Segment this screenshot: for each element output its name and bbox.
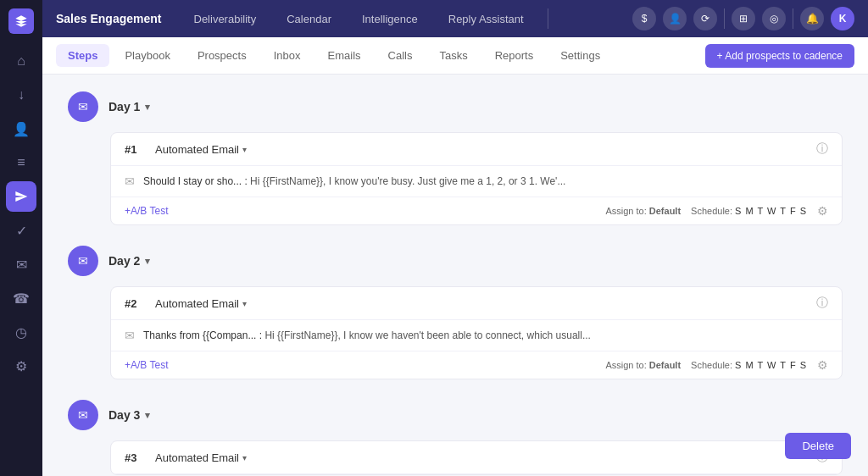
step-1-assign-label: Assign to: Default	[605, 206, 681, 216]
day-3-section: ✉ Day 3 ▾ #3 Automated Email ▾ ⓘ	[68, 400, 843, 475]
step-2-mail-icon: ✉	[125, 329, 135, 342]
step-card-2: #2 Automated Email ▾ ⓘ ✉ Thanks from {{C…	[110, 286, 843, 379]
day-3-label[interactable]: Day 3 ▾	[108, 408, 150, 422]
step-2-schedule-label: Schedule: S M T W T F S	[691, 360, 807, 370]
sidebar-item-mail[interactable]: ✉	[6, 249, 36, 280]
day-3-header: ✉ Day 3 ▾	[68, 400, 843, 430]
nav-calendar[interactable]: Calendar	[280, 9, 338, 29]
step-2-footer: +A/B Test Assign to: Default Schedule: S…	[111, 351, 842, 379]
tab-settings[interactable]: Settings	[548, 44, 612, 67]
day-2-label[interactable]: Day 2 ▾	[108, 254, 150, 268]
step-1-type-label: Automated Email	[155, 143, 239, 156]
day-1-label[interactable]: Day 1 ▾	[108, 100, 150, 113]
tab-emails[interactable]: Emails	[316, 44, 373, 67]
ab-test-1-button[interactable]: +A/B Test	[125, 205, 168, 217]
grid-icon[interactable]: ⊞	[732, 7, 755, 30]
top-nav: Sales Engagement Deliverability Calendar…	[42, 0, 868, 37]
sidebar-item-analytics[interactable]: ◷	[6, 317, 36, 347]
step-2-num: #2	[125, 297, 145, 310]
step-1-info-icon[interactable]: ⓘ	[816, 141, 828, 157]
step-1-footer-right: Assign to: Default Schedule: S M T W T F…	[605, 204, 828, 218]
tab-tasks[interactable]: Tasks	[427, 44, 479, 67]
step-2-subject: Thanks from {{Compan... :	[143, 329, 264, 341]
step-2-body-text: Hi {{FirstName}}, I know we haven't been…	[264, 329, 591, 341]
nav-intelligence[interactable]: Intelligence	[355, 9, 425, 29]
tab-calls[interactable]: Calls	[376, 44, 425, 67]
day-2-chevron: ▾	[145, 256, 150, 267]
day-1-header: ✉ Day 1 ▾	[68, 91, 843, 122]
step-card-1: #1 Automated Email ▾ ⓘ ✉ Should I stay o…	[110, 132, 843, 225]
step-1-num: #1	[125, 143, 145, 156]
step-1-header: #1 Automated Email ▾ ⓘ	[111, 133, 842, 166]
tab-prospects[interactable]: Prospects	[186, 44, 259, 67]
day-3-chevron: ▾	[145, 410, 150, 421]
day-2-icon: ✉	[68, 246, 98, 276]
step-2-assign-label: Assign to: Default	[605, 360, 681, 370]
sidebar-item-settings[interactable]: ⚙	[6, 351, 36, 381]
day-2-section: ✉ Day 2 ▾ #2 Automated Email ▾ ⓘ ✉	[68, 246, 843, 379]
bell-icon[interactable]: 🔔	[800, 7, 824, 30]
step-1-dropdown-icon: ▾	[242, 145, 247, 154]
avatar[interactable]: K	[831, 7, 854, 30]
tab-reports[interactable]: Reports	[483, 44, 546, 67]
step-2-type[interactable]: Automated Email ▾	[155, 297, 247, 310]
step-1-schedule-label: Schedule: S M T W T F S	[691, 206, 807, 216]
icon-divider2	[793, 8, 793, 29]
step-1-mail-icon: ✉	[125, 174, 135, 188]
step-3-dropdown-icon: ▾	[242, 453, 247, 462]
ab-test-2-button[interactable]: +A/B Test	[125, 359, 168, 371]
day-2-text: Day 2	[108, 254, 140, 268]
nav-deliverability[interactable]: Deliverability	[187, 9, 264, 29]
step-3-type-label: Automated Email	[155, 451, 239, 464]
day-1-chevron: ▾	[145, 102, 150, 113]
tab-inbox[interactable]: Inbox	[262, 44, 313, 67]
sidebar-item-reports[interactable]: ≡	[6, 147, 36, 178]
step-3-type[interactable]: Automated Email ▾	[155, 451, 247, 464]
sidebar-item-user[interactable]: 👤	[6, 113, 36, 144]
sidebar-item-home[interactable]: ⌂	[6, 46, 36, 76]
nav-reply-assistant[interactable]: Reply Assistant	[442, 9, 531, 29]
sidebar-item-send[interactable]	[6, 181, 36, 212]
step-2-gear-icon[interactable]: ⚙	[817, 358, 828, 372]
brand-name: Sales Engagement	[56, 12, 162, 25]
step-2-dropdown-icon: ▾	[242, 299, 247, 308]
step-1-footer: +A/B Test Assign to: Default Schedule: S…	[111, 196, 842, 224]
step-1-preview: Should I stay or sho... : Hi {{FirstName…	[143, 175, 565, 187]
sidebar: ⌂ ↓ 👤 ≡ ✓ ✉ ☎ ◷ ⚙	[0, 0, 42, 476]
step-1-gear-icon[interactable]: ⚙	[817, 204, 828, 218]
step-3-num: #3	[125, 451, 145, 464]
dollar-icon[interactable]: $	[632, 7, 656, 30]
main-content: Sales Engagement Deliverability Calendar…	[42, 0, 868, 476]
nav-right: $ 👤 ⟳ ⊞ ◎ 🔔 K	[632, 7, 854, 30]
icon-divider	[724, 8, 725, 29]
step-3-header: #3 Automated Email ▾ ⓘ	[111, 441, 842, 474]
tab-steps[interactable]: Steps	[56, 44, 109, 67]
day-3-text: Day 3	[108, 408, 140, 422]
day-1-section: ✉ Day 1 ▾ #1 Automated Email ▾ ⓘ ✉	[68, 91, 843, 225]
nav-divider	[548, 8, 548, 29]
person-icon[interactable]: 👤	[663, 7, 687, 30]
step-2-preview: Thanks from {{Compan... : Hi {{FirstName…	[143, 329, 591, 341]
step-2-info-icon[interactable]: ⓘ	[816, 296, 828, 311]
headset-icon[interactable]: ◎	[762, 7, 786, 30]
sub-nav: Steps Playbook Prospects Inbox Emails Ca…	[42, 37, 868, 75]
step-2-type-label: Automated Email	[155, 297, 239, 310]
sidebar-item-phone[interactable]: ☎	[6, 283, 36, 313]
day-1-icon: ✉	[68, 91, 98, 122]
step-1-type[interactable]: Automated Email ▾	[155, 143, 247, 156]
day-1-text: Day 1	[108, 100, 140, 113]
subnav-right: + Add prospects to cadence	[705, 44, 854, 68]
tab-playbook[interactable]: Playbook	[113, 44, 181, 67]
chart-icon[interactable]: ⟳	[693, 7, 717, 30]
step-2-footer-right: Assign to: Default Schedule: S M T W T F…	[605, 358, 828, 372]
step-1-body: ✉ Should I stay or sho... : Hi {{FirstNa…	[111, 166, 842, 196]
day-3-icon: ✉	[68, 400, 98, 430]
add-prospects-button[interactable]: + Add prospects to cadence	[705, 44, 854, 68]
sidebar-item-tasks[interactable]: ✓	[6, 215, 36, 246]
step-2-body: ✉ Thanks from {{Compan... : Hi {{FirstNa…	[111, 320, 842, 351]
delete-button[interactable]: Delete	[785, 433, 851, 459]
step-1-subject: Should I stay or sho... :	[143, 175, 250, 187]
app-logo[interactable]	[8, 8, 34, 34]
sidebar-item-download[interactable]: ↓	[6, 80, 36, 110]
day-2-header: ✉ Day 2 ▾	[68, 246, 843, 276]
